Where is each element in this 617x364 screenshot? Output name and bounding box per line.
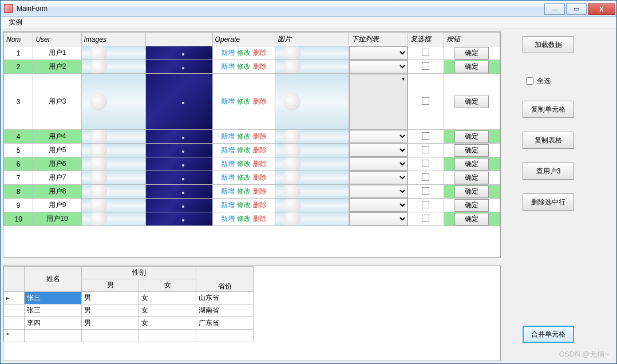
confirm-button[interactable]: 确定 <box>454 130 489 143</box>
table-row[interactable]: 1用户1新增修改删除确定 <box>4 46 500 60</box>
operate-edit-link[interactable]: 修改 <box>237 160 251 168</box>
cell-image-fox[interactable] <box>81 157 145 171</box>
col-male[interactable]: 男 <box>82 279 139 291</box>
cell-pic[interactable] <box>275 46 349 60</box>
col-province[interactable]: 省份 <box>196 266 254 291</box>
merge-cell-button[interactable]: 合并单元格 <box>523 326 574 343</box>
table-row[interactable]: 李四男女广东省 <box>4 316 254 329</box>
cell-pic[interactable] <box>275 185 349 199</box>
operate-delete-link[interactable]: 删除 <box>253 97 267 105</box>
operate-edit-link[interactable]: 修改 <box>237 146 251 154</box>
cell-female[interactable]: 女 <box>139 316 196 329</box>
dropdown-select[interactable] <box>349 157 408 171</box>
copy-cell-button[interactable]: 复制单元格 <box>523 101 574 118</box>
col-check[interactable]: 复选框 <box>408 33 444 46</box>
menu-instance[interactable]: 实例 <box>4 17 27 29</box>
cell-image-fox[interactable] <box>81 130 145 144</box>
operate-delete-link[interactable]: 删除 <box>253 49 267 57</box>
empty-cell[interactable] <box>25 329 82 342</box>
operate-delete-link[interactable]: 删除 <box>253 215 267 223</box>
cell-pic[interactable] <box>275 60 349 74</box>
cell-image-dark[interactable] <box>145 171 212 185</box>
cell-image-fox[interactable] <box>81 212 145 226</box>
operate-edit-link[interactable]: 修改 <box>237 97 251 105</box>
operate-delete-link[interactable]: 删除 <box>253 62 267 70</box>
cell-pic[interactable] <box>275 171 349 185</box>
cell-male[interactable]: 男 <box>82 316 139 329</box>
cell-image-fox[interactable] <box>81 60 145 74</box>
operate-add-link[interactable]: 新增 <box>221 215 235 223</box>
table-row[interactable]: 4用户4新增修改删除确定 <box>4 130 500 144</box>
cell-num[interactable]: 4 <box>4 130 33 144</box>
load-data-button[interactable]: 加载数据 <box>523 36 574 53</box>
empty-cell[interactable] <box>196 329 254 342</box>
operate-add-link[interactable]: 新增 <box>221 173 235 181</box>
table-row[interactable]: 3用户3新增修改删除确定 <box>4 74 500 130</box>
cell-num[interactable]: 3 <box>4 74 33 130</box>
cell-image-dark[interactable] <box>145 46 212 60</box>
cell-image-dark[interactable] <box>145 185 212 199</box>
cell-num[interactable]: 10 <box>4 212 33 226</box>
dropdown-select[interactable] <box>349 46 408 60</box>
row-header[interactable] <box>4 291 25 304</box>
confirm-button[interactable]: 确定 <box>454 185 489 198</box>
cell-pic[interactable] <box>275 74 349 130</box>
cell-num[interactable]: 2 <box>4 60 33 74</box>
cell-num[interactable]: 5 <box>4 144 33 157</box>
close-button[interactable]: X <box>588 3 615 15</box>
cell-image-dark[interactable] <box>145 60 212 74</box>
cell-num[interactable]: 7 <box>4 171 33 185</box>
row-header-corner[interactable] <box>4 266 25 291</box>
confirm-button[interactable]: 确定 <box>454 213 489 225</box>
cell-num[interactable]: 1 <box>4 46 33 60</box>
cell-image-dark[interactable] <box>145 212 212 226</box>
maximize-button[interactable]: ▭ <box>566 3 587 15</box>
operate-delete-link[interactable]: 删除 <box>253 132 267 140</box>
cell-pic[interactable] <box>275 199 349 212</box>
confirm-button[interactable]: 确定 <box>454 199 489 212</box>
cell-image-fox[interactable] <box>81 144 145 157</box>
row-checkbox[interactable] <box>422 173 430 181</box>
col-images2[interactable] <box>145 33 212 46</box>
cell-image-dark[interactable] <box>145 130 212 144</box>
row-checkbox[interactable] <box>422 132 430 140</box>
cell-name[interactable]: 张三 <box>25 291 82 304</box>
select-all-input[interactable] <box>526 77 533 85</box>
dropdown-select[interactable] <box>349 144 408 157</box>
confirm-button[interactable]: 确定 <box>454 96 489 108</box>
col-num[interactable]: Num <box>4 33 33 46</box>
cell-province[interactable]: 湖南省 <box>196 304 254 316</box>
table-row[interactable]: 9用户9新增修改删除确定 <box>4 199 500 212</box>
col-user[interactable]: User <box>33 33 81 46</box>
confirm-button[interactable]: 确定 <box>454 61 489 73</box>
cell-province[interactable]: 山东省 <box>196 291 254 304</box>
operate-edit-link[interactable]: 修改 <box>237 49 251 57</box>
operate-edit-link[interactable]: 修改 <box>237 201 251 209</box>
col-female[interactable]: 女 <box>139 279 196 291</box>
cell-pic[interactable] <box>275 144 349 157</box>
row-checkbox[interactable] <box>422 200 430 208</box>
empty-cell[interactable] <box>82 329 139 342</box>
cell-province[interactable]: 广东省 <box>196 316 254 329</box>
operate-edit-link[interactable]: 修改 <box>237 187 251 195</box>
cell-image-dark[interactable] <box>145 157 212 171</box>
col-name[interactable]: 姓名 <box>25 266 82 291</box>
cell-pic[interactable] <box>275 157 349 171</box>
operate-add-link[interactable]: 新增 <box>221 49 235 57</box>
minimize-button[interactable]: — <box>544 3 565 15</box>
row-checkbox[interactable] <box>422 187 430 195</box>
row-checkbox[interactable] <box>422 214 430 222</box>
col-button[interactable]: 按钮 <box>444 33 500 46</box>
dropdown-select[interactable] <box>349 199 408 212</box>
col-gender[interactable]: 性别 <box>82 266 196 279</box>
cell-user[interactable]: 用户6 <box>33 157 81 171</box>
cell-user[interactable]: 用户4 <box>33 130 81 144</box>
operate-delete-link[interactable]: 删除 <box>253 173 267 181</box>
operate-delete-link[interactable]: 删除 <box>253 160 267 168</box>
col-images[interactable]: Images <box>81 33 145 46</box>
operate-add-link[interactable]: 新增 <box>221 201 235 209</box>
cell-image-dark[interactable] <box>145 199 212 212</box>
cell-image-fox[interactable] <box>81 171 145 185</box>
operate-delete-link[interactable]: 删除 <box>253 201 267 209</box>
table-row[interactable]: 张三男女山东省 <box>4 291 254 304</box>
